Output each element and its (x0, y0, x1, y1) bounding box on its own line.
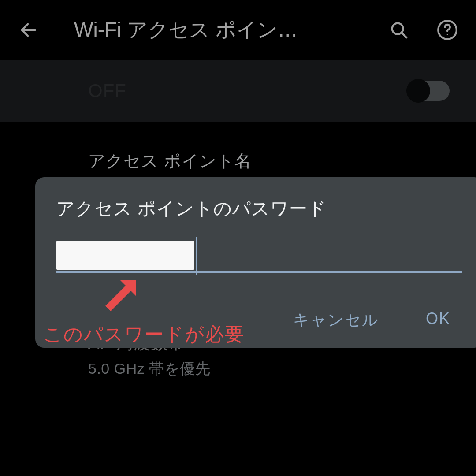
dialog-title: アクセス ポイントのパスワード (56, 197, 462, 221)
viewport: Wi-Fi アクセス ポイン… OFF (0, 0, 476, 476)
input-underline (56, 271, 462, 273)
cancel-button[interactable]: キャンセル (285, 306, 387, 335)
dialog-actions: キャンセル OK (56, 306, 458, 335)
password-dialog: アクセス ポイントのパスワード キャンセル OK (35, 177, 476, 348)
password-redaction-box (56, 241, 194, 270)
ok-button[interactable]: OK (418, 306, 458, 335)
text-cursor (196, 237, 197, 275)
password-input[interactable] (56, 241, 462, 273)
